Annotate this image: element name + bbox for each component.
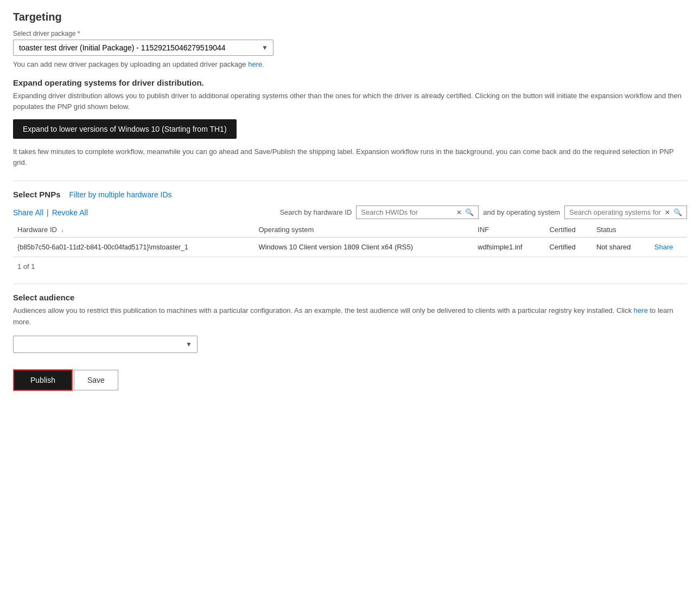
pnp-toolbar: Share All | Revoke All Search by hardwar… bbox=[13, 206, 687, 219]
hwid-search-input[interactable] bbox=[361, 208, 453, 216]
audience-learn-more-link[interactable]: here bbox=[634, 306, 648, 314]
col-header-os: Operating system bbox=[254, 222, 473, 237]
audience-description: Audiences allow you to restrict this pub… bbox=[13, 305, 687, 328]
share-revoke-controls: Share All | Revoke All bbox=[13, 208, 88, 217]
col-header-action bbox=[650, 222, 687, 237]
pnp-table: Hardware ID ↓ Operating system INF Certi… bbox=[13, 222, 687, 257]
os-search-input[interactable] bbox=[569, 208, 661, 216]
col-header-certified: Certified bbox=[545, 222, 592, 237]
search-os-label: and by operating system bbox=[483, 208, 560, 216]
divider-1 bbox=[13, 181, 687, 181]
pagination-text: 1 of 1 bbox=[17, 262, 687, 271]
audience-select[interactable] bbox=[13, 336, 198, 353]
col-header-status: Status bbox=[592, 222, 650, 237]
cell-os: Windows 10 Client version 1809 Client x6… bbox=[254, 237, 473, 257]
publish-button[interactable]: Publish bbox=[13, 369, 73, 391]
select-pnps-header: Select PNPs Filter by multiple hardware … bbox=[13, 190, 687, 199]
revoke-all-link[interactable]: Revoke All bbox=[52, 208, 88, 217]
audience-select-wrapper: ▼ bbox=[13, 336, 198, 353]
expand-section-description: Expanding driver distribution allows you… bbox=[13, 91, 687, 112]
os-clear-icon[interactable]: ✕ bbox=[665, 209, 670, 216]
driver-package-label: Select driver package * bbox=[13, 30, 687, 37]
cell-status: Not shared bbox=[592, 237, 650, 257]
upload-link[interactable]: here bbox=[248, 60, 262, 68]
col-header-inf: INF bbox=[473, 222, 545, 237]
os-search-icon[interactable]: 🔍 bbox=[673, 208, 682, 216]
hwid-search-box: ✕ 🔍 bbox=[356, 206, 479, 219]
table-row: {b85b7c50-6a01-11d2-b841-00c04fad5171}\m… bbox=[13, 237, 687, 257]
driver-package-select-wrapper: toaster test driver (Initial Package) - … bbox=[13, 40, 273, 56]
divider-2 bbox=[13, 284, 687, 284]
col-header-hardware-id[interactable]: Hardware ID ↓ bbox=[13, 222, 254, 237]
page-title: Targeting bbox=[13, 11, 687, 23]
driver-package-select[interactable]: toaster test driver (Initial Package) - … bbox=[13, 40, 273, 56]
bottom-buttons: Publish Save bbox=[13, 369, 687, 391]
audience-section: Select audience Audiences allow you to r… bbox=[13, 293, 687, 353]
expand-button[interactable]: Expand to lower versions of Windows 10 (… bbox=[13, 119, 237, 139]
sort-arrow-icon: ↓ bbox=[61, 227, 64, 233]
expand-section-title: Expand operating systems for driver dist… bbox=[13, 78, 687, 87]
search-hwid-label: Search by hardware ID bbox=[279, 208, 352, 216]
row-share-link[interactable]: Share bbox=[654, 243, 673, 251]
hwid-clear-icon[interactable]: ✕ bbox=[456, 209, 462, 216]
cell-hardware-id: {b85b7c50-6a01-11d2-b841-00c04fad5171}\m… bbox=[13, 237, 254, 257]
audience-title: Select audience bbox=[13, 293, 687, 302]
share-all-link[interactable]: Share All bbox=[13, 208, 43, 217]
select-pnps-title: Select PNPs bbox=[13, 190, 61, 199]
cell-certified: Certified bbox=[545, 237, 592, 257]
pipe-separator: | bbox=[47, 208, 49, 217]
cell-inf: wdfsimple1.inf bbox=[473, 237, 545, 257]
save-button[interactable]: Save bbox=[74, 370, 118, 390]
filter-hwids-link[interactable]: Filter by multiple hardware IDs bbox=[69, 190, 172, 199]
os-search-box: ✕ 🔍 bbox=[564, 206, 687, 219]
hwid-search-icon[interactable]: 🔍 bbox=[465, 208, 474, 216]
workflow-note: It takes few minutes to complete workflo… bbox=[13, 146, 687, 168]
info-text: You can add new driver packages by uploa… bbox=[13, 60, 687, 68]
